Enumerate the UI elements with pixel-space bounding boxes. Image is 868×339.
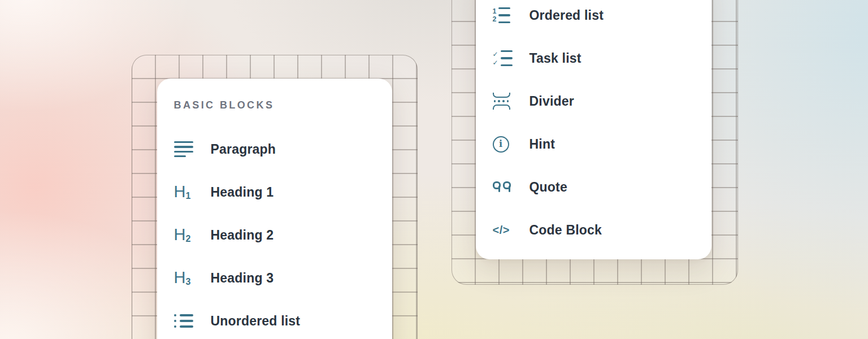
code-block-icon: </>: [493, 224, 512, 236]
menu-item-hint[interactable]: iHint: [476, 123, 711, 166]
section-header-basic-blocks: BASIC BLOCKS: [174, 100, 393, 110]
unordered-list-icon: [174, 314, 193, 328]
task-list-icon: ✓✓: [493, 50, 512, 66]
menu-item-unordered-list[interactable]: Unordered list: [157, 299, 392, 339]
divider-icon: [493, 93, 512, 109]
menu-item-label: Code Block: [530, 223, 602, 238]
ordered-list-icon: 12: [493, 7, 512, 23]
menu-item-label: Ordered list: [530, 8, 604, 23]
menu-item-label: Unordered list: [211, 314, 301, 329]
menu-item-paragraph[interactable]: Paragraph: [157, 128, 392, 171]
menu-item-heading-1[interactable]: H1Heading 1: [157, 171, 392, 214]
hint-icon: i: [493, 136, 512, 153]
menu-item-label: Task list: [530, 51, 581, 66]
paragraph-icon: [174, 141, 193, 158]
menu-item-ordered-list[interactable]: 12Ordered list: [476, 0, 711, 37]
menu-item-task-list[interactable]: ✓✓Task list: [476, 37, 711, 80]
menu-item-label: Quote: [530, 180, 567, 195]
menu-item-divider[interactable]: Divider: [476, 80, 711, 123]
menu-item-label: Heading 3: [211, 271, 274, 286]
menu-item-label: Divider: [530, 94, 574, 109]
menu-item-heading-3[interactable]: H3Heading 3: [157, 257, 392, 299]
menu-item-label: Hint: [530, 137, 555, 152]
menu-item-label: Heading 2: [211, 228, 274, 243]
quote-icon: [493, 181, 512, 193]
heading-3-icon: H3: [174, 270, 193, 286]
heading-1-icon: H1: [174, 184, 193, 201]
block-menu-basic-blocks: BASIC BLOCKS ParagraphH1Heading 1H2Headi…: [157, 79, 392, 339]
block-menu-more-blocks: 12Ordered list✓✓Task listDivideriHintQuo…: [476, 0, 711, 259]
heading-2-icon: H2: [174, 227, 193, 244]
menu-item-code-block[interactable]: </>Code Block: [476, 208, 711, 251]
menu-item-list: 12Ordered list✓✓Task listDivideriHintQuo…: [476, 0, 711, 251]
menu-item-heading-2[interactable]: H2Heading 2: [157, 214, 392, 257]
menu-item-label: Paragraph: [211, 142, 276, 157]
menu-item-label: Heading 1: [211, 185, 274, 200]
menu-item-quote[interactable]: Quote: [476, 166, 711, 208]
menu-item-list: ParagraphH1Heading 1H2Heading 2H3Heading…: [157, 128, 392, 339]
